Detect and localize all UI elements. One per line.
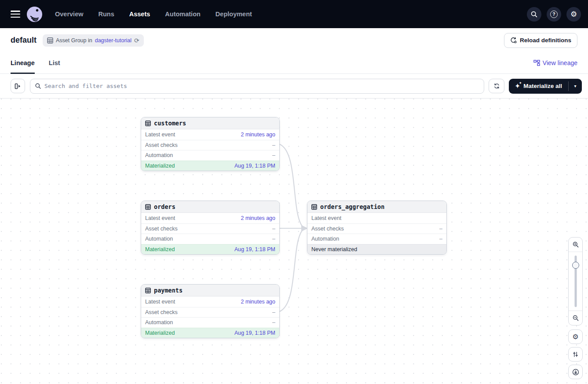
latest-event-link[interactable]: 2 minutes ago xyxy=(241,215,275,221)
row-value: – xyxy=(272,226,275,232)
latest-event-row: Latest event 2 minutes ago xyxy=(141,296,279,307)
refresh-button[interactable] xyxy=(489,79,504,93)
lineage-edges xyxy=(0,99,588,384)
reload-definitions-button[interactable]: Reload definitions xyxy=(504,33,577,48)
row-value: – xyxy=(272,152,275,158)
lineage-graph-icon xyxy=(533,60,540,66)
row-label: Latest event xyxy=(145,299,175,305)
row-label: Asset checks xyxy=(145,142,178,148)
lineage-toolbar: ✦✦ Materialize all ▾ xyxy=(0,74,588,99)
asset-checks-row: Asset checks – xyxy=(141,307,279,318)
status-row: Never materialized xyxy=(307,244,446,255)
asset-search-box xyxy=(30,79,484,94)
zoom-slider-knob[interactable] xyxy=(572,262,579,269)
latest-event-row: Latest event 2 minutes ago xyxy=(141,129,279,140)
tabs-bar: Lineage List View lineage xyxy=(0,52,588,74)
asset-node-header: orders_aggregation xyxy=(307,201,446,213)
help-button[interactable]: ? xyxy=(547,7,561,22)
status-row: Materialized Aug 19, 1:18 PM xyxy=(141,161,279,171)
edge-payments-to-aggregation xyxy=(280,230,302,311)
chevron-down-icon: ▾ xyxy=(574,84,576,88)
nav-item-automation[interactable]: Automation xyxy=(165,11,201,18)
nav-item-deployment[interactable]: Deployment xyxy=(215,11,252,18)
graph-filters-button[interactable] xyxy=(568,347,583,362)
sliders-icon xyxy=(572,351,579,358)
gear-icon: ⚙ xyxy=(572,333,578,340)
row-label: Automation xyxy=(145,319,173,325)
reload-icon xyxy=(510,37,517,44)
materialize-dropdown-button[interactable]: ▾ xyxy=(569,79,582,94)
materialization-timestamp-link[interactable]: Aug 19, 1:18 PM xyxy=(234,330,275,336)
asset-name: customers xyxy=(154,120,186,127)
zoom-slider xyxy=(569,252,582,311)
download-view-button[interactable] xyxy=(568,365,583,379)
nav-right-actions: ? ⚙ xyxy=(527,7,581,22)
graph-settings-button[interactable]: ⚙ xyxy=(568,329,583,344)
materialization-timestamp-link[interactable]: Aug 19, 1:18 PM xyxy=(234,246,275,252)
table-icon xyxy=(145,204,151,210)
asset-group-label: Asset Group in xyxy=(56,37,92,44)
reload-definitions-label: Reload definitions xyxy=(520,37,571,44)
row-label: Automation xyxy=(311,236,339,242)
code-location-link[interactable]: dagster-tutorial xyxy=(95,37,131,44)
asset-node-header: orders xyxy=(141,201,279,213)
view-lineage-link[interactable]: View lineage xyxy=(533,59,577,66)
row-label: Asset checks xyxy=(311,226,344,232)
automation-row: Automation – xyxy=(141,317,279,328)
dagster-logo-icon[interactable] xyxy=(26,6,43,22)
asset-name: orders_aggregation xyxy=(320,203,384,210)
automation-row: Automation – xyxy=(307,234,446,244)
materialize-all-split-button: ✦✦ Materialize all ▾ xyxy=(509,79,582,94)
row-label: Latest event xyxy=(145,215,175,221)
latest-event-link[interactable]: 2 minutes ago xyxy=(241,132,275,138)
search-button[interactable] xyxy=(527,7,541,22)
materialize-all-label: Materialize all xyxy=(523,83,562,89)
asset-node-header: payments xyxy=(141,285,279,296)
search-input[interactable] xyxy=(44,83,479,89)
nav-item-assets[interactable]: Assets xyxy=(129,11,150,18)
status-row: Materialized Aug 19, 1:18 PM xyxy=(141,244,279,255)
view-lineage-label: View lineage xyxy=(543,59,577,66)
row-value: – xyxy=(439,226,442,232)
status-badge: Materialized xyxy=(145,330,175,336)
tab-list[interactable]: List xyxy=(49,52,60,74)
refresh-icon xyxy=(493,83,500,89)
asset-name: orders xyxy=(154,203,175,210)
table-icon xyxy=(145,121,151,126)
zoom-out-button[interactable] xyxy=(569,311,582,325)
asset-group-icon xyxy=(47,37,53,44)
settings-button[interactable]: ⚙ xyxy=(566,7,581,22)
nav-item-overview[interactable]: Overview xyxy=(55,11,84,18)
asset-node-payments[interactable]: payments Latest event 2 minutes ago Asse… xyxy=(141,284,280,338)
zoom-out-icon xyxy=(572,315,579,322)
asset-node-customers[interactable]: customers Latest event 2 minutes ago Ass… xyxy=(141,117,280,171)
zoom-in-button[interactable] xyxy=(569,238,582,252)
asset-node-orders-aggregation[interactable]: orders_aggregation Latest event Asset ch… xyxy=(307,201,447,255)
asset-group-badge: Asset Group in dagster-tutorial ⟳ xyxy=(43,34,144,47)
nav-item-runs[interactable]: Runs xyxy=(99,11,114,18)
row-label: Latest event xyxy=(145,132,175,138)
latest-event-link[interactable]: 2 minutes ago xyxy=(241,299,275,305)
zoom-control-panel xyxy=(568,237,583,325)
materialization-timestamp-link[interactable]: Aug 19, 1:18 PM xyxy=(234,163,275,169)
nav-links: Overview Runs Assets Automation Deployme… xyxy=(55,11,252,18)
latest-event-row: Latest event xyxy=(307,213,446,223)
materialize-all-button[interactable]: ✦✦ Materialize all xyxy=(509,79,568,94)
lineage-graph-canvas[interactable]: customers Latest event 2 minutes ago Ass… xyxy=(0,99,588,384)
status-badge: Materialized xyxy=(145,246,175,252)
asset-checks-row: Asset checks – xyxy=(141,223,279,234)
status-row: Materialized Aug 19, 1:18 PM xyxy=(141,328,279,338)
search-icon xyxy=(35,83,41,89)
row-value: – xyxy=(272,236,275,242)
help-icon: ? xyxy=(550,11,558,18)
row-value: – xyxy=(439,236,442,242)
menu-icon[interactable] xyxy=(11,11,20,18)
tab-lineage[interactable]: Lineage xyxy=(11,52,35,74)
row-label: Latest event xyxy=(311,215,341,221)
download-icon xyxy=(572,369,579,376)
open-sidebar-button[interactable] xyxy=(11,79,25,93)
asset-node-orders[interactable]: orders Latest event 2 minutes ago Asset … xyxy=(141,201,280,255)
sync-icon[interactable]: ⟳ xyxy=(134,37,139,44)
zoom-in-icon xyxy=(572,241,579,248)
gear-icon: ⚙ xyxy=(570,11,577,18)
